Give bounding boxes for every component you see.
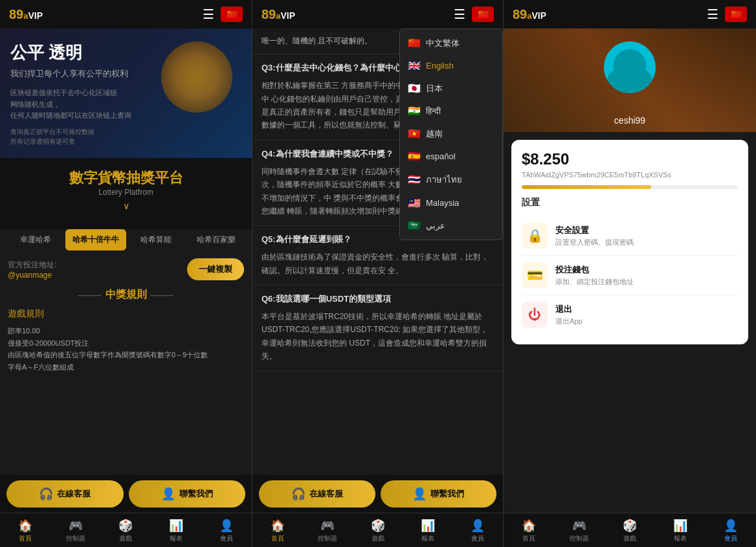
nav3-member[interactable]: 👤 會員 [706,516,756,546]
hero-section: 公平 透明 我们捍卫每个人享有公平的权利 区块链差值依托于去中心化区域链网络随机… [0,28,252,158]
nav2-home[interactable]: 🏠 首頁 [252,516,302,546]
controller-icon-2: 🎮 [320,519,335,533]
faq-q5-answer: 由於區塊鏈技術為了保證資金的安全性，會進行多次 驗算，比對，確認。所以計算速度慢… [261,251,494,277]
nav-games[interactable]: 🎲 遊戲 [101,516,151,546]
lang-malay[interactable]: 🇲🇾 Malaysia [400,192,502,214]
game-icon-3: 🎲 [623,519,637,533]
lock-icon: 🔒 [527,228,543,243]
faq-scrollable: 🇨🇳 中文繁体 🇬🇧 English 🇯🇵 日本 🇮🇳 हिन्दी 🇻🇳 越南 [252,28,503,475]
nav2-controller[interactable]: 🎮 控制器 [302,516,352,546]
nav3-reports-label: 報表 [674,534,687,543]
lang-hindi[interactable]: 🇮🇳 हिन्दी [400,100,502,122]
contact-us-label-2: 聯繫我們 [430,488,464,500]
lang-arabic-label: عربي [426,221,445,230]
hero-check-text: 查询真正锁平台不可操控数据所有记录透明有迹可查 [10,127,241,146]
tab-lucky-hash[interactable]: 幸運哈希 [5,229,65,251]
wallet-icon: 💳 [527,267,543,283]
panel-home: 89aVIP ☰ 🇨🇳 公平 透明 我们捍卫每个人享有公平的权利 区块链差值依托… [0,0,252,547]
nav-controller-label: 控制器 [66,534,85,543]
balance-progress-bar [522,185,738,189]
lottery-title-english: Lottery Platfrom [10,188,241,197]
online-service-btn-2[interactable]: 🎧 在線客服 [259,480,375,508]
hamburger-menu[interactable]: ☰ [203,6,214,22]
lang-malay-label: Malaysia [426,198,459,208]
header-controls: ☰ 🇨🇳 [203,6,243,22]
game-icon-2: 🎲 [371,519,385,533]
online-service-label-2: 在線客服 [309,488,343,500]
nav3-home[interactable]: 🏠 首頁 [504,516,554,546]
language-flag-btn[interactable]: 🇨🇳 [221,6,243,22]
nav3-controller[interactable]: 🎮 控制器 [554,516,605,546]
balance-bar-fill [522,185,651,189]
panel-faq: 89aVIP ☰ 🇨🇳 🇨🇳 中文繁体 🇬🇧 English 🇯🇵 日本 🇮� [252,0,504,547]
nav3-games[interactable]: 🎲 遊戲 [605,516,655,546]
avatar [604,41,656,93]
nav2-reports[interactable]: 📊 報表 [403,516,452,546]
member-icon-3: 👤 [724,519,738,533]
bet-label: 官方投注地址: [8,260,56,271]
lang-english[interactable]: 🇬🇧 English [400,54,502,77]
balance-card: $8.250 TAhWAidZgVPS75wbm29CE5mTb8TLqXSVS… [511,140,748,344]
rules-text: 賠率10.00 僅接受0-20000USDT投注 由區塊哈希值的後五位字母數字作… [8,325,244,374]
header3-controls: ☰ 🇨🇳 [707,6,747,22]
lang-spanish[interactable]: 🇪🇸 español [400,145,502,168]
lang-japanese[interactable]: 🇯🇵 日本 [400,77,502,100]
language-dropdown[interactable]: 🇨🇳 中文繁体 🇬🇧 English 🇯🇵 日本 🇮🇳 हिन्दी 🇻🇳 越南 [399,28,503,240]
online-service-btn[interactable]: 🎧 在線客服 [6,480,124,508]
nav-reports[interactable]: 📊 報表 [151,516,201,546]
wallet-title: 投注錢包 [555,264,738,276]
game-tabs: 幸運哈希 哈希十倍牛牛 哈希算能 哈希百家樂 [5,229,247,251]
panel2-action-bar: 🎧 在線客服 👤 聯繫我們 [252,475,503,513]
lang-japanese-label: 日本 [426,83,443,95]
nav3-reports[interactable]: 📊 報表 [655,516,706,546]
chinese-flag: 🇨🇳 [408,37,421,49]
nav-games-label: 遊戲 [119,534,132,543]
security-desc: 設置登入密碼、提現密碼 [555,238,738,247]
nav2-home-label: 首頁 [271,534,284,543]
nav2-games[interactable]: 🎲 遊戲 [353,516,403,546]
nav3-controller-label: 控制器 [570,534,589,543]
hamburger-menu-2[interactable]: ☰ [454,6,465,22]
malay-flag: 🇲🇾 [408,197,421,209]
settings-security[interactable]: 🔒 安全設置 設置登入密碼、提現密碼 [522,216,738,256]
contact-us-btn[interactable]: 👤 聯繫我們 [129,480,246,508]
settings-logout[interactable]: ⏻ 退出 退出App [522,295,738,334]
language-flag-btn-3[interactable]: 🇨🇳 [725,6,747,22]
headset-icon: 🎧 [39,487,53,501]
language-flag-btn-2[interactable]: 🇨🇳 [472,6,494,22]
lang-vietnamese[interactable]: 🇻🇳 越南 [400,122,502,145]
tab-hash-mining[interactable]: 哈希算能 [126,229,186,251]
faq-q6-question: Q6:我該選哪一個USDT的類型選項 [261,293,494,305]
reports-icon-2: 📊 [421,519,435,533]
nav-member[interactable]: 👤 會員 [201,516,252,546]
lang-chinese[interactable]: 🇨🇳 中文繁体 [400,32,502,54]
lottery-divider: ∨ [10,201,241,211]
lottery-title-chinese: 數字貨幣抽獎平台 [10,168,241,188]
hamburger-menu-3[interactable]: ☰ [707,6,718,22]
headset-icon-2: 🎧 [291,487,306,501]
panel2-header: 89aVIP ☰ 🇨🇳 [252,0,503,28]
security-text: 安全設置 設置登入密碼、提現密碼 [555,225,738,247]
logo2: 89aVIP [261,7,295,22]
security-title: 安全設置 [555,225,738,236]
lang-arabic[interactable]: 🇸🇦 عربي [400,214,502,237]
home-icon: 🏠 [18,519,32,533]
nav-controller[interactable]: 🎮 控制器 [50,516,101,546]
avatar-wrap [604,41,656,93]
settings-wallet[interactable]: 💳 投注錢包 添加、綁定投注錢包地址 [522,256,738,295]
wallet-desc: 添加、綁定投注錢包地址 [555,277,738,287]
lang-viet-label: 越南 [426,128,443,140]
copy-address-button[interactable]: 一鍵複製 [187,258,244,280]
lang-thai[interactable]: 🇹🇭 ภาษาไทย [400,168,502,192]
nav-home[interactable]: 🏠 首頁 [0,516,50,546]
member-icon-2: 👤 [471,519,485,533]
agent-icon: 👤 [161,487,175,501]
reports-icon: 📊 [169,519,183,533]
tab-hash-tenbull[interactable]: 哈希十倍牛牛 [65,229,126,251]
online-service-label: 在線客服 [57,488,91,500]
faq-q6-answer: 本平台是基於波場TRC20技術，所以幸運哈希的轉賬 地址是屬於USDT-TRC2… [261,310,494,363]
tab-hash-baccarat[interactable]: 哈希百家樂 [186,229,247,251]
contact-us-btn-2[interactable]: 👤 聯繫我們 [381,480,497,508]
logo: 89aVIP [9,7,43,22]
nav2-member[interactable]: 👤 會員 [453,516,503,546]
